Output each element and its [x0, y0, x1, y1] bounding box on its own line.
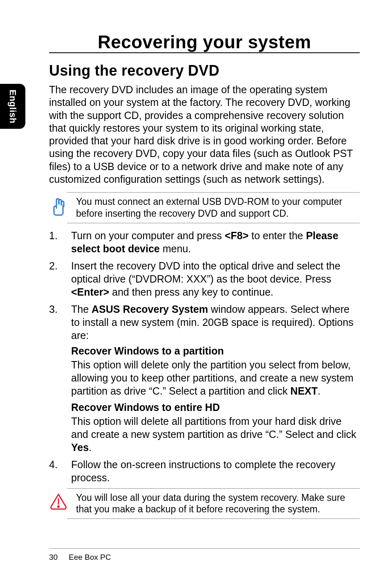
bold-next: NEXT — [290, 385, 318, 397]
text: Insert the recovery DVD into the optical… — [71, 260, 341, 285]
hand-icon — [49, 196, 68, 216]
option-2-title: Recover Windows to entire HD — [71, 401, 360, 414]
text: to enter the — [249, 230, 306, 241]
step-1: Turn on your computer and press <F8> to … — [49, 229, 360, 255]
option-1-body: This option will delete only the partiti… — [71, 358, 360, 397]
step-2: Insert the recovery DVD into the optical… — [49, 259, 360, 298]
svg-point-1 — [58, 506, 59, 507]
intro-paragraph: The recovery DVD includes an image of th… — [49, 83, 360, 186]
text: . — [89, 442, 92, 453]
warning-icon — [49, 492, 68, 511]
language-tab-label: English — [7, 90, 18, 123]
text: and then press any key to continue. — [109, 286, 273, 298]
text: The — [71, 303, 92, 315]
option-2-body: This option will delete all partitions f… — [71, 415, 360, 454]
page-title: Recovering your system — [94, 32, 314, 52]
option-2: Recover Windows to entire HD This option… — [71, 401, 360, 454]
text: Turn on your computer and press — [71, 230, 225, 241]
option-1-title: Recover Windows to a partition — [71, 344, 360, 357]
title-underline — [49, 52, 360, 53]
warning-note-text: You will lose all your data during the s… — [76, 492, 360, 516]
key-enter: <Enter> — [71, 286, 109, 298]
section-heading: Using the recovery DVD — [49, 62, 360, 79]
text: This option will delete all partitions f… — [71, 415, 356, 440]
page-footer: 30 Eee Box PC — [49, 548, 360, 562]
bold-yes: Yes — [71, 442, 89, 453]
steps-list: Turn on your computer and press <F8> to … — [49, 229, 360, 484]
text: Follow the on-screen instructions to com… — [71, 459, 335, 483]
page-content: Recovering your system Using the recover… — [49, 32, 360, 525]
info-note: You must connect an external USB DVD-ROM… — [67, 192, 360, 223]
info-note-text: You must connect an external USB DVD-ROM… — [76, 196, 360, 220]
warning-note: You will lose all your data during the s… — [67, 488, 360, 519]
text: . — [318, 385, 321, 397]
book-title: Eee Box PC — [69, 553, 111, 562]
title-wrap: Recovering your system — [49, 32, 360, 52]
bold-phrase: ASUS Recovery System — [92, 303, 208, 315]
text: menu. — [160, 243, 191, 254]
language-tab: English — [0, 84, 25, 129]
step-3: The ASUS Recovery System window appears.… — [49, 303, 360, 454]
page-number: 30 — [49, 553, 59, 562]
option-1: Recover Windows to a partition This opti… — [71, 344, 360, 397]
key-f8: <F8> — [225, 230, 249, 241]
step-4: Follow the on-screen instructions to com… — [49, 458, 360, 484]
